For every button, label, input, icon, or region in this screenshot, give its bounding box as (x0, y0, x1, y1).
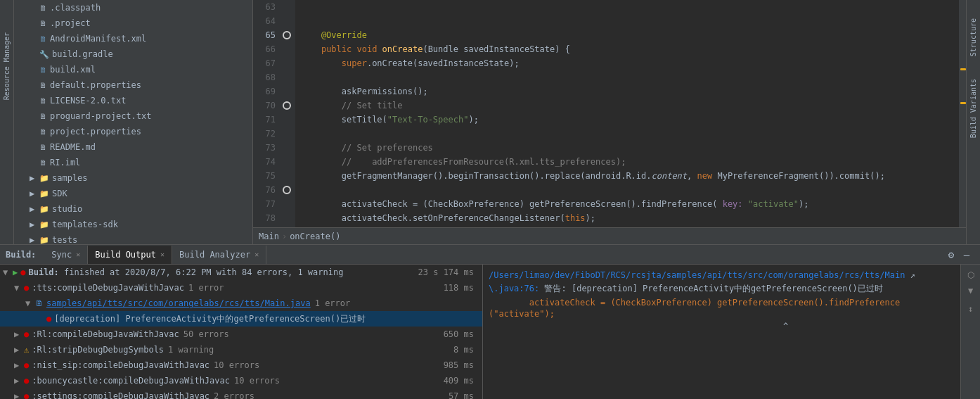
folder-icon: 📁 (39, 189, 49, 198)
error-warning-line: \.java:76: 警告: [deprecation] PreferenceA… (489, 283, 955, 295)
sidebar-label-structure[interactable]: Structure (969, 14, 977, 61)
breakpoint-indicator (283, 31, 291, 39)
line-num-63: 63 (253, 0, 276, 14)
breadcrumb-main[interactable]: Main (259, 232, 279, 241)
line-num-74: 74 (253, 155, 276, 169)
bottom-icon-1[interactable]: ⬡ (963, 267, 979, 283)
tree-item-label: tests (52, 235, 77, 244)
tree-item-samples[interactable]: ▶ 📁 samples (14, 170, 252, 186)
editor-content: 63 64 65 66 67 68 69 70 71 72 73 74 75 7… (253, 0, 966, 227)
tree-item-classpath[interactable]: 🗎 .classpath (14, 0, 252, 15)
tab-build-analyzer-close[interactable]: ✕ (254, 251, 259, 258)
line-num-68: 68 (253, 70, 276, 84)
error-warning-text: 警告: [deprecation] PreferenceActivity中的ge… (544, 284, 882, 293)
scroll-mark-warning (960, 68, 966, 70)
tree-item-proguard[interactable]: 🗎 proguard-project.txt (14, 108, 252, 124)
tab-build-analyzer[interactable]: Build Analyzer ✕ (172, 246, 266, 264)
minimize-icon-btn[interactable]: — (959, 247, 974, 262)
file-tree-panel: 🗎 .classpath 🗎 .project 🗎 AndroidManifes… (14, 0, 253, 244)
build-row-bouncycastle[interactable]: ▶ ● :bouncycastle:compileDebugJavaWithJa… (0, 373, 482, 388)
code-line-69: askPermissions(); (301, 84, 959, 99)
build-status-row[interactable]: ▼ ▶ ● Build: finished at 2020/8/7, 6:22 … (0, 265, 482, 280)
build-file-link[interactable]: samples/api/tts/src/com/orangelabs/rcs/t… (46, 298, 311, 308)
error-file-link[interactable]: /Users/limao/dev/FiboDT/RCS/rcsjta/sampl… (489, 270, 905, 280)
file-icon: 🗎 (39, 19, 47, 28)
tab-build-output-close[interactable]: ✕ (160, 251, 165, 258)
settings-icon-btn[interactable]: ⚙ (943, 247, 959, 262)
tab-build-analyzer-label: Build Analyzer (179, 250, 250, 260)
tree-item-project-properties[interactable]: 🗎 project.properties (14, 124, 252, 139)
tab-sync-close[interactable]: ✕ (76, 251, 80, 258)
build-label: Build: (6, 250, 36, 260)
code-line-65: @Override (301, 28, 959, 42)
tree-item-build-gradle[interactable]: 🔧 build.gradle (14, 46, 252, 62)
build-error-text: [deprecation] PreferenceActivity中的getPre… (54, 313, 366, 325)
line-num-79: 79 (253, 225, 276, 227)
folder-icon: 📁 (39, 220, 49, 229)
tree-item-license[interactable]: 🗎 LICENSE-2.0.txt (14, 93, 252, 108)
code-editor-area: 63 64 65 66 67 68 69 70 71 72 73 74 75 7… (253, 0, 966, 244)
breadcrumb-bar: Main › onCreate() (253, 227, 966, 244)
editor-scrollbar[interactable] (959, 0, 966, 227)
tree-item-studio[interactable]: ▶ 📁 studio (14, 201, 252, 217)
tab-build-output-label: Build Output (95, 250, 156, 260)
file-icon-small: 🗎 (35, 298, 44, 308)
error-file-link-row: /Users/limao/dev/FiboDT/RCS/rcsjta/sampl… (489, 270, 955, 280)
build-row-detail: 1 error (188, 283, 224, 293)
tree-item-templates-sdk[interactable]: ▶ 📁 templates-sdk (14, 217, 252, 232)
build-row-nist-sip[interactable]: ▶ ● :nist_sip:compileDebugJavaWithJavac … (0, 357, 482, 373)
right-sidebar-tools: Structure Build Variants (966, 0, 980, 244)
build-row-tts-compile[interactable]: ▼ ● :tts:compileDebugJavaWithJavac 1 err… (0, 280, 482, 296)
build-error-detail-panel: /Users/limao/dev/FiboDT/RCS/rcsjta/sampl… (482, 265, 960, 399)
tree-arrow-tests: ▶ (30, 235, 39, 244)
tab-sync[interactable]: Sync ✕ (44, 246, 88, 264)
build-status-timing: 23 s 174 ms (418, 267, 479, 277)
tree-item-default-properties[interactable]: 🗎 default.properties (14, 77, 252, 93)
tree-item-label: LICENSE-2.0.txt (50, 96, 126, 106)
tree-item-project[interactable]: 🗎 .project (14, 15, 252, 31)
tree-item-label: project.properties (50, 127, 141, 137)
tree-item-label: AndroidManifest.xml (50, 34, 146, 44)
bottom-icon-2[interactable]: ▼ (963, 283, 979, 298)
line-num-70: 70 (253, 99, 276, 113)
build-row-error-selected[interactable]: ● [deprecation] PreferenceActivity中的getP… (0, 311, 482, 327)
file-tree-scroll[interactable]: 🗎 .classpath 🗎 .project 🗎 AndroidManifes… (14, 0, 252, 244)
file-icon: 🗎 (39, 81, 47, 90)
tree-item-sdk[interactable]: ▶ 📁 SDK (14, 186, 252, 201)
build-row-timing: 409 ms (444, 376, 479, 386)
code-area[interactable]: @Override public void onCreate(Bundle sa… (295, 0, 959, 227)
bottom-panel-toolbar: ⚙ — (943, 247, 974, 262)
line-num-75: 75 (253, 169, 276, 183)
sidebar-label-resource-manager[interactable]: Resource Manager (3, 28, 11, 104)
line-num-67: 67 (253, 56, 276, 70)
build-row-settings[interactable]: ▶ ● :settings:compileDebugJavaWithJavac … (0, 388, 482, 399)
tree-item-label: studio (52, 204, 82, 214)
build-row-rl-strip[interactable]: ▶ ⚠ :Rl:stripDebugDebugSymbols 1 warning… (0, 342, 482, 357)
build-row-timing: 118 ms (444, 283, 479, 293)
tree-item-ri-iml[interactable]: 🗎 RI.iml (14, 155, 252, 170)
tree-item-label: .project (50, 18, 91, 28)
bottom-icon-3[interactable]: ↕ (963, 301, 979, 317)
scroll-mark-warning-2 (960, 102, 966, 104)
build-row-file-main[interactable]: ▼ 🗎 samples/api/tts/src/com/orangelabs/r… (0, 296, 482, 311)
tab-build-output[interactable]: Build Output ✕ (88, 246, 172, 264)
code-line-67: super.onCreate(savedInstanceState); (301, 56, 959, 70)
tree-arrow-sdk: ▶ (30, 189, 39, 198)
tree-item-androidmanifest[interactable]: 🗎 AndroidManifest.xml (14, 31, 252, 46)
tree-item-tests[interactable]: ▶ 📁 tests (14, 232, 252, 244)
line-num-65: 65 (253, 28, 276, 42)
error-icon-selected: ● (46, 314, 51, 324)
file-icon: 🗎 (39, 4, 47, 13)
build-row-detail: 2 errors (214, 391, 254, 399)
build-row-text: :bouncycastle:compileDebugJavaWithJavac (32, 376, 230, 386)
tree-item-readme[interactable]: 🗎 README.md (14, 139, 252, 155)
code-line-63 (301, 0, 959, 14)
tree-item-build-xml[interactable]: 🗎 build.xml (14, 62, 252, 77)
build-row-rl-compile[interactable]: ▶ ● :Rl:compileDebugJavaWithJavac 50 err… (0, 327, 482, 342)
code-line-72 (301, 127, 959, 141)
build-row-arrow: ▼ (14, 283, 24, 293)
build-output-list[interactable]: ▼ ▶ ● Build: finished at 2020/8/7, 6:22 … (0, 265, 482, 399)
build-row-arrow: ▶ (14, 329, 24, 339)
sidebar-label-build-variants[interactable]: Build Variants (969, 75, 977, 142)
breadcrumb-method[interactable]: onCreate() (290, 232, 340, 241)
